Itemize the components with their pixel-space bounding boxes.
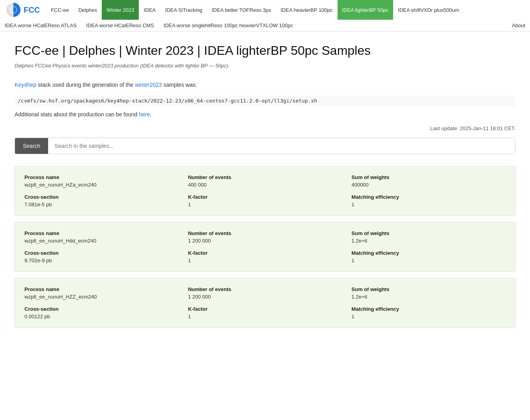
nav-item-idea-shiftvxdr[interactable]: IDEA shiftVXDr plus500um (393, 0, 464, 20)
sum-weights-field-3: Sum of weights 1.2e+6 (351, 286, 506, 300)
nav-item-idea-lighterbp-50pc[interactable]: IDEA lighterBP 50pc (338, 0, 394, 20)
sum-weights-field-2: Sum of weights 1.2e+6 (351, 230, 506, 244)
process-name-field-3: Process name wzp6_ee_nunuH_HZZ_ecm240 (24, 286, 179, 300)
cross-section-field-2: Cross-section 9.702e-9 pb (24, 250, 179, 263)
key4hep-link[interactable]: Key4hep (15, 82, 36, 88)
nav-item-idea[interactable]: IDEA (139, 0, 160, 20)
sample-card-1: Process name wzp6_ee_nunuH_HZa_ecm240 Nu… (15, 166, 515, 216)
here-link[interactable]: here (139, 111, 150, 118)
additional-stats-text: Additional stats about the production ca… (15, 110, 515, 119)
kfactor-field-2: K-factor 1 (188, 250, 342, 263)
num-events-field-3: Number of events 1 200 000 (188, 286, 342, 300)
main-content: FCC-ee | Delphes | Winter 2023 | IDEA li… (7, 32, 523, 346)
num-events-field-1: Number of events 400 000 (188, 174, 342, 188)
search-input[interactable] (48, 138, 515, 154)
nav-item-delphes[interactable]: Delphes (74, 0, 102, 20)
cross-section-field-3: Cross-section 0.00122 pb (24, 306, 179, 319)
nav-item-idea-better-tofreso[interactable]: IDEA better TOFReso 3ps (207, 0, 276, 20)
kfactor-field-3: K-factor 1 (188, 306, 342, 319)
sample-card-2: Process name wzp6_ee_nunuH_Hdd_ecm240 Nu… (15, 222, 515, 272)
kfactor-field-1: K-factor 1 (188, 194, 342, 207)
nav-item-idea-worse-singlehitreso[interactable]: IDEA worse singlehitReso 100pc heavierVT… (159, 20, 298, 31)
logo[interactable]: FCC (0, 0, 46, 20)
process-name-field-2: Process name wzp6_ee_nunuH_Hdd_ecm240 (24, 230, 179, 244)
page-subtitle: Delphes FCCee Physics events winter2023 … (15, 63, 515, 69)
matching-eff-field-3: Matching efficiency 1 (351, 306, 506, 319)
nav-item-fcc-ee[interactable]: FCC-ee (46, 0, 74, 20)
last-update: Last update: 2025-Jan-11 18:01 CET. (15, 125, 515, 131)
nav-item-about[interactable]: About (507, 20, 530, 31)
nav-item-idea-sitracking[interactable]: IDEA SiTracking (160, 0, 207, 20)
samples-list: Process name wzp6_ee_nunuH_HZa_ecm240 Nu… (15, 166, 515, 328)
sum-weights-field-1: Sum of weights 400000 (351, 174, 506, 188)
nav-item-winter2023[interactable]: Winter 2023 (102, 0, 139, 20)
main-nav: FCC FCC-ee Delphes Winter 2023 IDEA IDEA… (0, 0, 530, 32)
description-key4hep: Key4hep stack used during the generation… (15, 80, 515, 89)
logo-text: FCC (24, 6, 40, 15)
nav-item-idea-worse-hcalreso-cms[interactable]: IDEA worse HCalEReso CMS (82, 20, 159, 31)
cross-section-field-1: Cross-section 7.081e-5 pb (24, 194, 179, 207)
sample-card-3: Process name wzp6_ee_nunuH_HZZ_ecm240 Nu… (15, 278, 515, 328)
code-path: /cvmfs/sw.hsf.org/spackages6/key4hep-sta… (15, 95, 515, 106)
num-events-field-2: Number of events 1 200 000 (188, 230, 342, 244)
matching-eff-field-1: Matching efficiency 1 (351, 194, 506, 207)
nav-item-idea-heavierbp-100pc[interactable]: IDEA heavierBP 100pc (276, 0, 337, 20)
search-bar: Search (15, 138, 515, 154)
nav-item-idea-worse-hcalreso-atlas[interactable]: IDEA worse HCalEReso ATLAS (0, 20, 82, 31)
winter2023-link[interactable]: winter2023 (135, 82, 162, 88)
page-title: FCC-ee | Delphes | Winter 2023 | IDEA li… (15, 43, 515, 58)
logo-icon (6, 3, 21, 17)
search-label[interactable]: Search (15, 138, 48, 154)
process-name-field-1: Process name wzp6_ee_nunuH_HZa_ecm240 (24, 174, 179, 188)
matching-eff-field-2: Matching efficiency 1 (351, 250, 506, 263)
